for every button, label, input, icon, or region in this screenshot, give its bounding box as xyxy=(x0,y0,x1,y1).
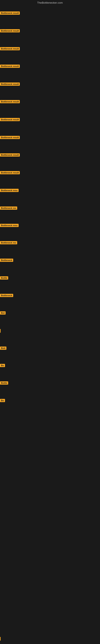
bottleneck-result-badge-2: Bottleneck result xyxy=(0,29,20,32)
bottleneck-result-item-11[interactable]: Bottleneck resu xyxy=(0,189,19,193)
bottleneck-result-badge-6: Bottleneck result xyxy=(0,100,20,103)
bottleneck-result-badge-18: Bot xyxy=(0,311,6,314)
bottleneck-result-badge-21: Bo xyxy=(0,364,5,367)
bottleneck-result-badge-16: Bottle xyxy=(0,276,8,280)
bottleneck-result-badge-20: Bott xyxy=(0,346,6,350)
bottleneck-result-item-10[interactable]: Bottleneck result xyxy=(0,171,20,175)
bottleneck-result-badge-10: Bottleneck result xyxy=(0,171,20,174)
bottleneck-result-badge-23: Bo xyxy=(0,399,5,402)
bottleneck-result-badge-17: Bottleneck xyxy=(0,294,13,297)
bottleneck-result-item-23[interactable]: Bo xyxy=(0,399,5,403)
bottleneck-result-badge-3: Bottleneck result xyxy=(0,47,20,50)
bottleneck-result-item-7[interactable]: Bottleneck result xyxy=(0,118,20,122)
bottleneck-result-item-16[interactable]: Bottle xyxy=(0,276,8,280)
bottleneck-result-item-8[interactable]: Bottleneck result xyxy=(0,136,20,140)
bottleneck-result-item-2[interactable]: Bottleneck result xyxy=(0,29,20,33)
bottleneck-result-item-3[interactable]: Bottleneck result xyxy=(0,47,20,51)
bottleneck-result-item-5[interactable]: Bottleneck result xyxy=(0,82,20,86)
bottleneck-result-badge-22: Bottle xyxy=(0,381,8,384)
bottleneck-result-badge-11: Bottleneck resu xyxy=(0,189,19,192)
bottleneck-result-badge-7: Bottleneck result xyxy=(0,118,20,121)
bottleneck-result-item-6[interactable]: Bottleneck result xyxy=(0,100,20,104)
bottleneck-result-item-1[interactable]: Bottleneck result xyxy=(0,12,20,16)
cursor-line-19 xyxy=(0,329,0,333)
bottleneck-result-item-9[interactable]: Bottleneck result xyxy=(0,153,20,158)
bottleneck-result-badge-8: Bottleneck result xyxy=(0,136,20,139)
bottleneck-result-item-13[interactable]: Bottleneck resu xyxy=(0,224,19,228)
bottleneck-result-item-12[interactable]: Bottleneck res xyxy=(0,206,17,210)
bottleneck-result-item-15[interactable]: Bottleneck xyxy=(0,258,13,263)
cursor-line-24 xyxy=(0,637,0,640)
bottleneck-result-badge-14: Bottleneck res xyxy=(0,241,17,244)
bottleneck-result-badge-1: Bottleneck result xyxy=(0,12,20,15)
bottleneck-result-item-17[interactable]: Bottleneck xyxy=(0,294,13,298)
bottleneck-result-badge-15: Bottleneck xyxy=(0,258,13,262)
bottleneck-result-item-20[interactable]: Bott xyxy=(0,346,6,350)
bottleneck-result-item-21[interactable]: Bo xyxy=(0,364,5,368)
bottleneck-result-badge-12: Bottleneck res xyxy=(0,206,17,210)
bottleneck-result-badge-9: Bottleneck result xyxy=(0,153,20,156)
bottleneck-result-badge-13: Bottleneck resu xyxy=(0,224,19,227)
bottleneck-result-item-18[interactable]: Bot xyxy=(0,311,6,315)
bottleneck-result-item-22[interactable]: Bottle xyxy=(0,381,8,386)
bottleneck-result-item-14[interactable]: Bottleneck res xyxy=(0,241,17,245)
site-title: TheBottlenecker.com xyxy=(0,0,100,5)
bottleneck-result-item-4[interactable]: Bottleneck result xyxy=(0,64,20,69)
bottleneck-result-badge-5: Bottleneck result xyxy=(0,82,20,86)
bottleneck-result-badge-4: Bottleneck result xyxy=(0,64,20,68)
